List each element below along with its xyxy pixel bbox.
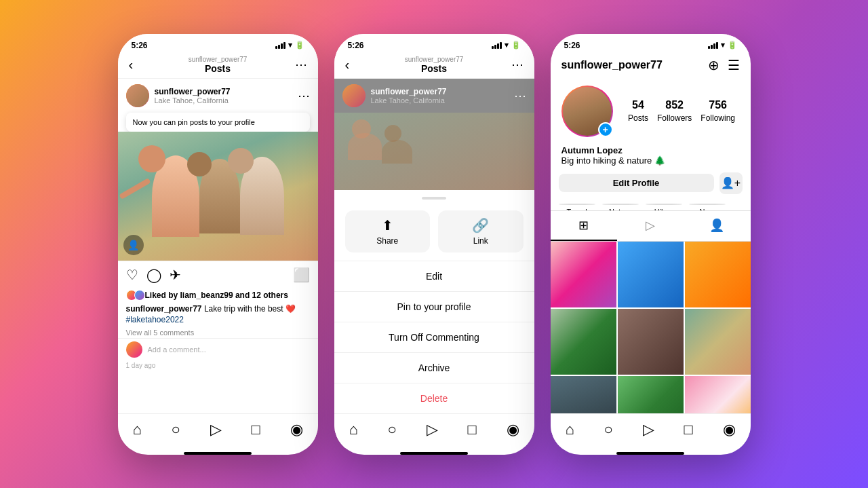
home-indicator-3 bbox=[616, 452, 684, 455]
phone-1: 5:26 ▾ 🔋 ‹ sunflower_power77 Posts ⋯ sun… bbox=[118, 34, 318, 455]
share-icon: ⬆ bbox=[382, 217, 393, 233]
post-caption-1: sunflower_power77 Lake trip with the bes… bbox=[118, 302, 318, 328]
grid-photo-4[interactable] bbox=[551, 309, 616, 375]
more-button-2[interactable]: ⋯ bbox=[511, 57, 524, 72]
like-avatar-2 bbox=[134, 290, 145, 301]
wifi-icon: ▾ bbox=[288, 41, 292, 50]
grid-photo-3[interactable] bbox=[685, 242, 751, 307]
menu-icon[interactable]: ☰ bbox=[728, 57, 740, 73]
dimmed-more: ⋯ bbox=[514, 88, 526, 103]
stats-group: 54 Posts 852 Followers 756 Following bbox=[624, 99, 740, 124]
nav-search-3[interactable]: ○ bbox=[604, 421, 613, 438]
tab-tagged[interactable]: 👤 bbox=[684, 211, 750, 241]
post-likes-1: Liked by liam_beanz99 and 12 others bbox=[118, 288, 318, 302]
status-time-3: 5:26 bbox=[564, 41, 580, 50]
sheet-commenting-item[interactable]: Turn Off Commenting bbox=[334, 322, 534, 353]
back-button-1[interactable]: ‹ bbox=[129, 57, 134, 73]
grid-photo-2[interactable] bbox=[618, 242, 684, 307]
more-button-1[interactable]: ⋯ bbox=[295, 57, 307, 72]
dimmed-location: Lake Tahoe, California bbox=[371, 96, 509, 105]
post-user-info-1: sunflower_power77 Lake Tahoe, California bbox=[155, 87, 292, 105]
nav-reels-1[interactable]: ▷ bbox=[210, 421, 222, 438]
add-person-button[interactable]: 👤+ bbox=[719, 172, 743, 194]
grid-photo-9[interactable] bbox=[685, 376, 751, 413]
nav-search-2[interactable]: ○ bbox=[388, 421, 397, 438]
nav-shop-2[interactable]: □ bbox=[467, 421, 476, 438]
caption-username[interactable]: sunflower_power77 bbox=[126, 304, 202, 314]
nav-search-1[interactable]: ○ bbox=[172, 421, 180, 438]
nav-profile-2[interactable]: ◉ bbox=[507, 421, 519, 438]
back-button-2[interactable]: ‹ bbox=[345, 57, 350, 73]
signal-icon-2 bbox=[492, 42, 502, 49]
likes-text-1: Liked by liam_beanz99 and 12 others bbox=[145, 290, 288, 300]
share-button-1[interactable]: ✈ bbox=[170, 267, 181, 283]
post-header-1: sunflower_power77 Lake Tahoe, California… bbox=[118, 79, 318, 113]
profile-bio: Autumn Lopez Big into hiking & nature 🌲 bbox=[551, 145, 751, 172]
nav-header-1: ‹ sunflower_power77 Posts ⋯ bbox=[118, 53, 318, 79]
post-avatar-1 bbox=[126, 84, 149, 107]
nav-title-2: Posts bbox=[405, 63, 464, 74]
followers-count: 852 bbox=[657, 99, 692, 111]
highlights-row: Travel Nature Hikes ＋ New bbox=[551, 201, 751, 210]
comment-button-1[interactable]: ◯ bbox=[146, 267, 161, 283]
like-button-1[interactable]: ♡ bbox=[126, 267, 138, 283]
status-time-2: 5:26 bbox=[348, 41, 364, 50]
grid-photo-7[interactable] bbox=[551, 376, 616, 413]
view-comments-1[interactable]: View all 5 comments bbox=[118, 327, 318, 338]
grid-photo-5[interactable] bbox=[618, 309, 684, 375]
battery-icon-3: 🔋 bbox=[728, 41, 737, 50]
sheet-archive-item[interactable]: Archive bbox=[334, 353, 534, 383]
stat-following[interactable]: 756 Following bbox=[701, 99, 735, 124]
nav-profile-1[interactable]: ◉ bbox=[290, 421, 303, 438]
sheet-delete-item[interactable]: Delete bbox=[334, 383, 534, 413]
post-actions-1: ♡ ◯ ✈ ⬜ bbox=[118, 261, 318, 288]
phone-2: 5:26 ▾ 🔋 ‹ sunflower_power77 Posts ⋯ bbox=[334, 34, 534, 455]
comment-input[interactable]: Add a comment... bbox=[148, 345, 310, 354]
dimmed-user-info: sunflower_power77 Lake Tahoe, California bbox=[371, 87, 509, 105]
tab-reels[interactable]: ▷ bbox=[617, 211, 684, 241]
photo-grid bbox=[551, 242, 751, 413]
home-indicator-1 bbox=[184, 452, 252, 455]
edit-profile-button[interactable]: Edit Profile bbox=[559, 174, 714, 192]
nav-reels-3[interactable]: ▷ bbox=[643, 421, 654, 438]
nav-home-2[interactable]: ⌂ bbox=[349, 421, 357, 438]
tab-grid[interactable]: ⊞ bbox=[551, 211, 617, 241]
bottom-sheet: ⬆ Share 🔗 Link Edit Pin to your profile … bbox=[334, 190, 534, 413]
wifi-icon-2: ▾ bbox=[505, 41, 509, 50]
followers-label: Followers bbox=[657, 113, 692, 123]
post-location-1: Lake Tahoe, California bbox=[155, 96, 292, 105]
grid-photo-8[interactable] bbox=[618, 376, 684, 413]
battery-icon: 🔋 bbox=[295, 41, 304, 50]
post-more-1[interactable]: ⋯ bbox=[298, 88, 310, 103]
bottom-nav-1: ⌂ ○ ▷ □ ◉ bbox=[118, 413, 318, 449]
sheet-share-btn[interactable]: ⬆ Share bbox=[345, 210, 431, 252]
wifi-icon-3: ▾ bbox=[721, 41, 725, 50]
post-username-1[interactable]: sunflower_power77 bbox=[155, 87, 292, 96]
grid-photo-6[interactable] bbox=[685, 309, 751, 375]
sheet-pin-item[interactable]: Pin to your profile bbox=[334, 292, 534, 322]
plus-badge[interactable]: + bbox=[598, 122, 613, 137]
nav-home-3[interactable]: ⌂ bbox=[565, 421, 574, 438]
stat-posts[interactable]: 54 Posts bbox=[628, 99, 648, 124]
status-bar-2: 5:26 ▾ 🔋 bbox=[334, 34, 534, 53]
add-post-icon[interactable]: ⊕ bbox=[708, 57, 719, 73]
stat-followers[interactable]: 852 Followers bbox=[657, 99, 692, 124]
nav-shop-3[interactable]: □ bbox=[684, 421, 692, 438]
link-label: Link bbox=[473, 236, 488, 246]
bio-name: Autumn Lopez bbox=[561, 145, 740, 155]
add-comment-1: Add a comment... bbox=[118, 338, 318, 360]
signal-icon bbox=[275, 42, 285, 49]
grid-photo-1[interactable] bbox=[551, 242, 616, 307]
dimmed-username: sunflower_power77 bbox=[371, 87, 509, 96]
bookmark-button-1[interactable]: ⬜ bbox=[293, 267, 310, 283]
link-icon: 🔗 bbox=[472, 217, 489, 233]
nav-profile-3[interactable]: ◉ bbox=[723, 421, 736, 438]
nav-reels-2[interactable]: ▷ bbox=[427, 421, 438, 438]
signal-icon-3 bbox=[708, 42, 718, 49]
nav-home-1[interactable]: ⌂ bbox=[132, 421, 141, 438]
caption-hashtag[interactable]: #laketahoe2022 bbox=[126, 315, 184, 324]
sheet-link-btn[interactable]: 🔗 Link bbox=[438, 210, 524, 252]
sheet-top-buttons: ⬆ Share 🔗 Link bbox=[334, 205, 534, 261]
nav-shop-1[interactable]: □ bbox=[251, 421, 260, 438]
sheet-edit-item[interactable]: Edit bbox=[334, 261, 534, 292]
